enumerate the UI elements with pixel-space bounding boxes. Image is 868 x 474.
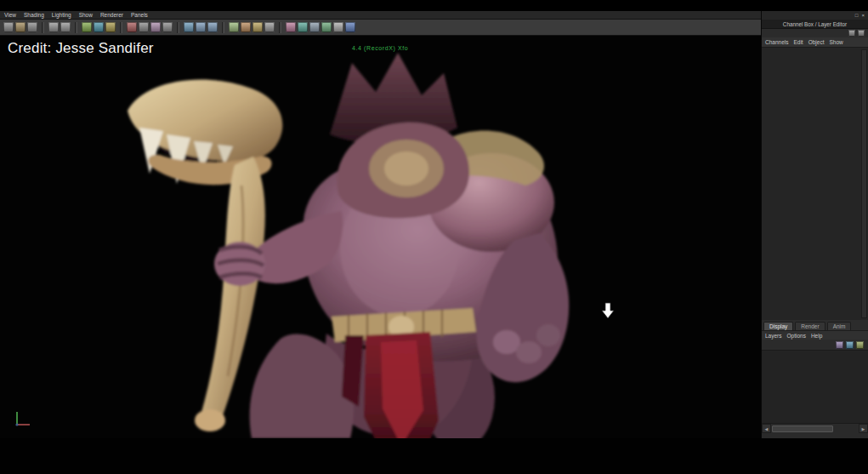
maya-window: View Shading Lighting Show Renderer Pane… <box>0 0 868 474</box>
redo-icon[interactable] <box>60 22 71 32</box>
menu-show[interactable]: Show <box>79 11 93 20</box>
menu-show-channel[interactable]: Show <box>829 39 842 45</box>
snap-to-grid-icon[interactable] <box>127 22 137 32</box>
menu-view[interactable]: View <box>4 11 16 20</box>
create-layer-from-selected-icon[interactable] <box>856 341 864 349</box>
scroll-thumb[interactable] <box>772 425 833 432</box>
save-scene-icon[interactable] <box>27 22 37 32</box>
panel-topstrip: □ × <box>762 11 868 20</box>
creature-model <box>0 36 761 438</box>
menu-renderer[interactable]: Renderer <box>100 11 123 20</box>
snap-to-curve-icon[interactable] <box>139 22 149 32</box>
toolbar-separator <box>279 22 281 33</box>
outliner-icon[interactable] <box>309 22 320 32</box>
tab-anim[interactable]: Anim <box>827 322 852 330</box>
layer-options-icon[interactable] <box>836 341 843 349</box>
credit-overlay-text: Credit: Jesse Sandifer <box>8 40 154 57</box>
menu-layers[interactable]: Layers <box>765 333 782 339</box>
menu-help[interactable]: Help <box>811 333 822 339</box>
snap-to-point-icon[interactable] <box>150 22 161 32</box>
menu-edit[interactable]: Edit <box>793 39 803 45</box>
channel-box-content[interactable] <box>762 48 868 320</box>
toolbar-separator <box>42 22 44 33</box>
channel-box-menus: Channels Edit Object Show <box>762 37 868 48</box>
menu-options[interactable]: Options <box>787 333 806 339</box>
input-connections-icon[interactable] <box>196 22 206 32</box>
playblast-icon[interactable] <box>333 22 343 32</box>
ipr-render-icon[interactable] <box>252 22 263 32</box>
menu-channels[interactable]: Channels <box>765 39 788 45</box>
output-connections-icon[interactable] <box>207 22 218 32</box>
panel-close-icon[interactable]: × <box>861 11 865 20</box>
perspective-viewport[interactable]: Credit: Jesse Sandifer 4.4 (RecordX) Xfo <box>0 36 761 438</box>
toolbar-separator <box>177 22 179 33</box>
mouse-cursor-icon <box>600 301 616 320</box>
render-current-frame-icon[interactable] <box>241 22 251 32</box>
panel-restore-icon[interactable]: □ <box>855 11 859 20</box>
toolbar-separator <box>222 22 224 33</box>
node-editor-icon[interactable] <box>321 22 332 32</box>
toolbar-separator <box>120 22 122 33</box>
layers-list[interactable] <box>762 350 868 423</box>
scroll-left-icon[interactable]: ◀ <box>762 424 771 433</box>
panel-titlebar[interactable]: Channel Box / Layer Editor <box>762 20 868 29</box>
panel-menu-bar: View Shading Lighting Show Renderer Pane… <box>0 11 761 20</box>
render-settings-icon[interactable] <box>264 22 275 32</box>
menu-panels[interactable]: Panels <box>131 11 148 20</box>
menu-lighting[interactable]: Lighting <box>52 11 71 20</box>
channel-box-layer-editor-panel: □ × Channel Box / Layer Editor Channels … <box>761 11 868 438</box>
toolbar-separator <box>75 22 77 33</box>
status-line-toolbar <box>0 20 761 36</box>
snap-to-plane-icon[interactable] <box>162 22 173 32</box>
create-empty-layer-icon[interactable] <box>846 341 854 349</box>
hypershade-icon[interactable] <box>298 22 308 32</box>
menu-shading[interactable]: Shading <box>24 11 44 20</box>
letterbox-bottom <box>0 438 868 474</box>
layer-editor-menus: Layers Options Help <box>762 330 868 340</box>
menu-object[interactable]: Object <box>808 39 825 45</box>
undo-icon[interactable] <box>48 22 59 32</box>
select-by-component-icon[interactable] <box>105 22 116 32</box>
construction-history-icon[interactable] <box>229 22 239 32</box>
help-icon[interactable] <box>345 22 355 32</box>
panel-title: Channel Box / Layer Editor <box>783 21 847 27</box>
viewport-hud-text: 4.4 (RecordX) Xfo <box>352 45 408 51</box>
layer-editor-tabs: Display Render Anim <box>762 320 868 330</box>
layer-editor-buttons <box>762 340 868 350</box>
layer-editor-toggle-icon[interactable] <box>858 30 865 37</box>
paint-effects-icon[interactable] <box>286 22 296 32</box>
new-scene-icon[interactable] <box>3 22 14 32</box>
scroll-right-icon[interactable]: ▶ <box>859 424 868 433</box>
letterbox-top <box>0 0 868 11</box>
tab-render[interactable]: Render <box>795 322 825 330</box>
open-scene-icon[interactable] <box>15 22 26 32</box>
select-by-object-icon[interactable] <box>94 22 104 32</box>
channel-box-vertical-scrollbar[interactable] <box>861 49 867 318</box>
layer-editor-horizontal-scrollbar[interactable]: ◀ ▶ <box>762 423 868 433</box>
view-axis-gizmo <box>9 408 32 431</box>
channel-box-toggle-icon[interactable] <box>848 30 855 37</box>
make-live-icon[interactable] <box>184 22 194 32</box>
panel-mode-row <box>762 29 868 37</box>
tab-display[interactable]: Display <box>763 322 793 330</box>
select-by-hierarchy-icon[interactable] <box>82 22 92 32</box>
